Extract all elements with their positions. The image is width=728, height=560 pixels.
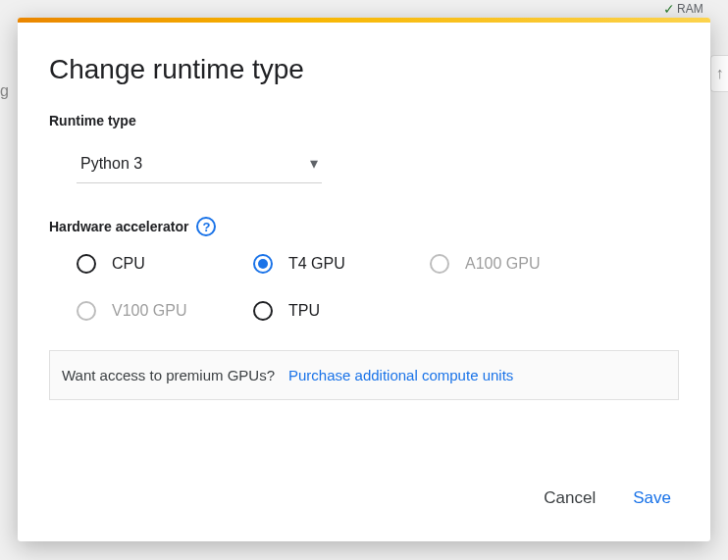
- radio-tpu[interactable]: TPU: [253, 301, 404, 321]
- upload-icon: ↑: [716, 65, 724, 82]
- radio-label: A100 GPU: [465, 255, 540, 273]
- upload-chip[interactable]: ↑: [710, 55, 728, 92]
- runtime-type-value: Python 3: [80, 155, 142, 173]
- radio-label: V100 GPU: [112, 302, 186, 320]
- radio-cpu[interactable]: CPU: [77, 254, 228, 274]
- save-button[interactable]: Save: [629, 483, 675, 514]
- upsell-banner: Want access to premium GPUs? Purchase ad…: [49, 350, 679, 400]
- radio-v100-gpu: V100 GPU: [77, 301, 228, 321]
- radio-button-icon: [77, 254, 96, 274]
- accelerator-radio-group: CPU T4 GPU A100 GPU V100 GPU TPU: [77, 254, 679, 321]
- runtime-type-label: Runtime type: [49, 113, 679, 128]
- hardware-accelerator-text: Hardware accelerator: [49, 219, 188, 234]
- radio-a100-gpu: A100 GPU: [430, 254, 581, 274]
- dialog-actions: Cancel Save: [18, 459, 710, 541]
- caret-down-icon: ▾: [310, 154, 318, 173]
- runtime-type-select[interactable]: Python 3 ▾: [77, 146, 322, 183]
- runtime-dialog: Change runtime type Runtime type Python …: [18, 18, 710, 541]
- cancel-button[interactable]: Cancel: [540, 483, 599, 514]
- help-icon[interactable]: ?: [196, 217, 216, 236]
- radio-label: CPU: [112, 255, 145, 273]
- upsell-text: Want access to premium GPUs?: [62, 367, 275, 383]
- radio-button-icon: [77, 301, 96, 321]
- radio-t4-gpu[interactable]: T4 GPU: [253, 254, 404, 274]
- hardware-accelerator-label: Hardware accelerator ?: [49, 217, 679, 236]
- dialog-title: Change runtime type: [49, 54, 679, 85]
- check-icon: ✓: [663, 2, 675, 16]
- radio-button-icon: [253, 301, 273, 321]
- radio-button-icon: [253, 254, 273, 274]
- radio-button-icon: [430, 254, 449, 274]
- radio-label: TPU: [288, 302, 320, 320]
- dialog-content: Change runtime type Runtime type Python …: [18, 23, 710, 459]
- ram-label: RAM: [677, 2, 728, 16]
- radio-label: T4 GPU: [288, 255, 345, 273]
- upsell-link[interactable]: Purchase additional compute units: [288, 367, 513, 383]
